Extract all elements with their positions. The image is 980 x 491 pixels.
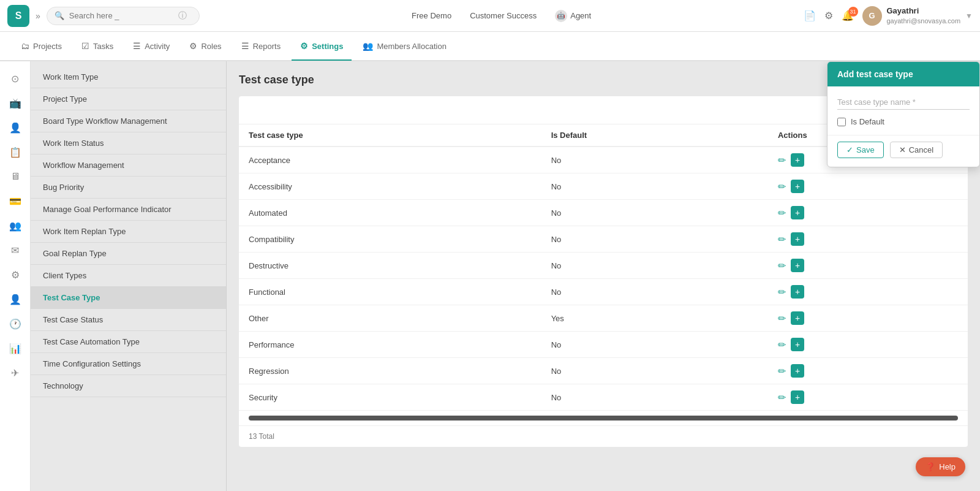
menu-work-item-replan[interactable]: Work Item Replan Type — [31, 221, 226, 243]
menu-project-type[interactable]: Project Type — [31, 88, 226, 110]
sidebar-icon-tasks[interactable]: 📋 — [4, 141, 26, 163]
tasks-icon: ☑ — [81, 41, 89, 51]
add-row-icon[interactable]: + — [791, 364, 804, 378]
main-content: Test case type 🔍 + Test case type Is Def… — [227, 61, 980, 491]
menu-technology[interactable]: Technology — [31, 375, 226, 397]
tab-members-allocation[interactable]: 👥 Members Allocation — [354, 32, 454, 61]
add-row-icon[interactable]: + — [791, 338, 804, 351]
app-logo[interactable]: S — [7, 5, 29, 27]
cell-is-default: No — [541, 147, 768, 173]
sidebar-icon-send[interactable]: ✈ — [4, 362, 26, 384]
edit-icon[interactable]: ✏ — [778, 154, 786, 166]
table-row: Other Yes ✏ + — [239, 305, 968, 332]
cell-is-default: Yes — [541, 305, 768, 332]
user-dropdown-icon[interactable]: ▼ — [965, 12, 973, 20]
add-row-icon[interactable]: + — [791, 390, 804, 404]
edit-icon[interactable]: ✏ — [778, 260, 786, 272]
horizontal-scrollbar[interactable] — [249, 416, 958, 421]
tab-settings[interactable]: ⚙ Settings — [292, 32, 352, 61]
add-test-case-type-panel: Add test case type Is Default ✓ Save — [827, 61, 980, 167]
search-input[interactable] — [69, 11, 173, 20]
save-button[interactable]: ✓ Save — [837, 142, 884, 158]
cell-is-default: No — [541, 253, 768, 279]
add-row-icon[interactable]: + — [791, 153, 804, 167]
col-test-case-type: Test case type — [239, 124, 541, 147]
free-demo-link[interactable]: Free Demo — [412, 11, 451, 20]
cell-actions: ✏ + — [768, 332, 968, 358]
agent-icon: 🤖 — [555, 10, 567, 22]
edit-icon[interactable]: ✏ — [778, 365, 786, 377]
sidebar-icon-reports[interactable]: 📊 — [4, 337, 26, 359]
sidebar-icon-mail[interactable]: ✉ — [4, 239, 26, 261]
sidebar-icon-card[interactable]: 💳 — [4, 190, 26, 212]
icon-sidebar: ⊙ 📺 👤 📋 🖥 💳 👥 ✉ ⚙ 👤 🕐 📊 ✈ — [0, 61, 31, 491]
sidebar-icon-settings[interactable]: ⚙ — [4, 264, 26, 286]
table-row: Regression No ✏ + — [239, 358, 968, 384]
menu-goal-replan-type[interactable]: Goal Replan Type — [31, 243, 226, 265]
menu-time-configuration[interactable]: Time Configuration Settings — [31, 353, 226, 375]
test-case-type-name-input[interactable] — [837, 95, 970, 110]
sidebar-icon-profile[interactable]: 👤 — [4, 288, 26, 310]
add-row-icon[interactable]: + — [791, 180, 804, 193]
nav-tabs: 🗂 Projects ☑ Tasks ☰ Activity ⚙ Roles ☰ … — [0, 32, 980, 61]
agent-link[interactable]: 🤖 Agent — [555, 10, 591, 22]
sidebar-icon-team[interactable]: 👥 — [4, 215, 26, 237]
cell-is-default: No — [541, 173, 768, 200]
cell-actions: ✏ + — [768, 384, 968, 411]
add-row-icon[interactable]: + — [791, 285, 804, 299]
cell-actions: ✏ + — [768, 358, 968, 384]
edit-icon[interactable]: ✏ — [778, 234, 786, 245]
sidebar-icon-clock[interactable]: 🕐 — [4, 313, 26, 335]
test-case-type-table: Test case type Is Default Actions Accept… — [239, 124, 968, 411]
menu-bug-priority[interactable]: Bug Priority — [31, 177, 226, 199]
tab-activity[interactable]: ☰ Activity — [124, 32, 178, 61]
expand-icon[interactable]: » — [36, 11, 40, 21]
popup-actions: ✓ Save ✕ Cancel — [827, 135, 979, 167]
settings-icon[interactable]: ⚙ — [824, 10, 833, 21]
menu-board-type-workflow[interactable]: Board Type Workflow Management — [31, 110, 226, 132]
edit-icon[interactable]: ✏ — [778, 313, 786, 324]
customer-success-link[interactable]: Customer Success — [470, 11, 537, 20]
menu-workflow-management[interactable]: Workflow Management — [31, 154, 226, 177]
notification-icon[interactable]: 🔔 31 — [842, 10, 854, 21]
menu-work-item-status[interactable]: Work Item Status — [31, 132, 226, 154]
help-icon: ❓ — [925, 462, 935, 471]
help-button[interactable]: ❓ Help — [916, 457, 965, 476]
menu-test-case-automation-type[interactable]: Test Case Automation Type — [31, 331, 226, 353]
edit-icon[interactable]: ✏ — [778, 181, 786, 192]
menu-manage-goal[interactable]: Manage Goal Performance Indicator — [31, 199, 226, 221]
cell-actions: ✏ + — [768, 253, 968, 279]
cell-actions: ✏ + — [768, 305, 968, 332]
sidebar-icon-user[interactable]: 👤 — [4, 116, 26, 139]
menu-test-case-status[interactable]: Test Case Status — [31, 309, 226, 331]
edit-icon[interactable]: ✏ — [778, 207, 786, 219]
add-row-icon[interactable]: + — [791, 232, 804, 246]
menu-test-case-type[interactable]: Test Case Type — [31, 287, 226, 309]
menu-client-types[interactable]: Client Types — [31, 265, 226, 287]
sidebar-icon-monitor[interactable]: 🖥 — [4, 166, 26, 188]
tab-reports[interactable]: ☰ Reports — [233, 32, 290, 61]
avatar: G — [862, 6, 882, 26]
tab-roles[interactable]: ⚙ Roles — [181, 32, 230, 61]
cell-actions: ✏ + — [768, 279, 968, 305]
main-layout: ⊙ 📺 👤 📋 🖥 💳 👥 ✉ ⚙ 👤 🕐 📊 ✈ Work Item Type… — [0, 61, 980, 491]
tab-projects[interactable]: 🗂 Projects — [12, 32, 70, 61]
add-row-icon[interactable]: + — [791, 259, 804, 272]
col-is-default: Is Default — [541, 124, 768, 147]
search-bar[interactable]: 🔍 ⓘ — [47, 7, 200, 25]
menu-work-item-type[interactable]: Work Item Type — [31, 66, 226, 88]
edit-icon[interactable]: ✏ — [778, 339, 786, 351]
add-row-icon[interactable]: + — [791, 311, 804, 325]
document-icon[interactable]: 📄 — [804, 10, 816, 21]
cell-name: Functional — [239, 279, 541, 305]
edit-icon[interactable]: ✏ — [778, 286, 786, 298]
notification-badge: 31 — [848, 7, 858, 17]
cancel-button[interactable]: ✕ Cancel — [890, 142, 943, 158]
sidebar-icon-dashboard[interactable]: ⊙ — [4, 67, 26, 89]
tab-tasks[interactable]: ☑ Tasks — [73, 32, 122, 61]
user-menu[interactable]: G Gayathri gayathri@snovasya.com ▼ — [862, 6, 973, 26]
sidebar-icon-tv[interactable]: 📺 — [4, 92, 26, 114]
add-row-icon[interactable]: + — [791, 206, 804, 219]
edit-icon[interactable]: ✏ — [778, 392, 786, 403]
is-default-checkbox[interactable] — [837, 118, 846, 126]
